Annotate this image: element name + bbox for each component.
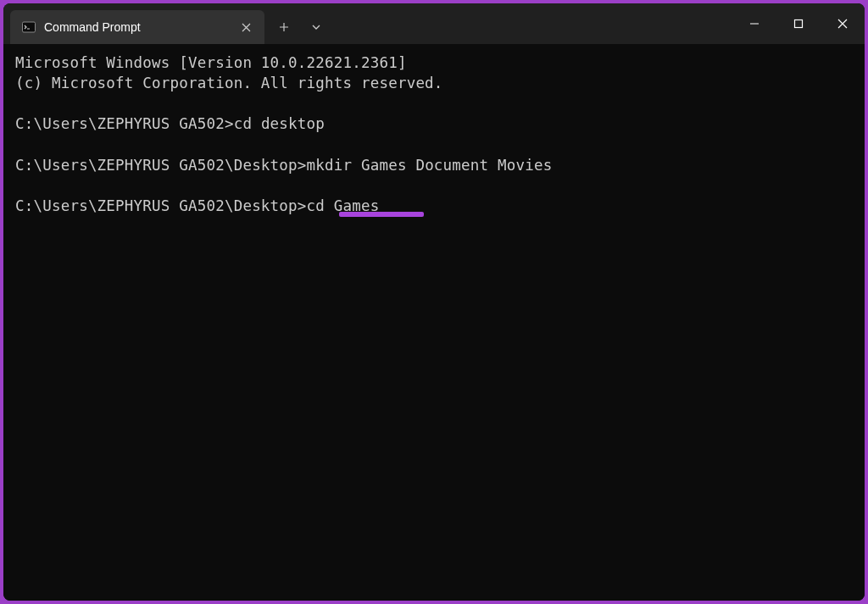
terminal-prompt-2: C:\Users\ZEPHYRUS GA502\Desktop>	[15, 157, 307, 174]
new-tab-button[interactable]	[270, 14, 298, 41]
terminal-prompt-3: C:\Users\ZEPHYRUS GA502\Desktop>	[15, 197, 307, 214]
tab-title: Command Prompt	[44, 20, 229, 34]
terminal-header-line1: Microsoft Windows [Version 10.0.22621.23…	[15, 54, 407, 71]
titlebar: Command Prompt	[3, 3, 865, 44]
tab-close-button[interactable]	[237, 19, 254, 36]
svg-rect-0	[23, 22, 36, 32]
terminal-content[interactable]: Microsoft Windows [Version 10.0.22621.23…	[3, 44, 865, 601]
maximize-button[interactable]	[776, 3, 821, 44]
terminal-command-2: mkdir Games Document Movies	[307, 157, 553, 174]
terminal-window: Command Prompt	[3, 3, 865, 601]
tabbar-actions	[264, 10, 331, 44]
close-button[interactable]	[821, 3, 865, 44]
minimize-button[interactable]	[732, 3, 776, 44]
command-prompt-icon	[22, 20, 36, 34]
svg-rect-3	[795, 20, 803, 28]
tab-command-prompt[interactable]: Command Prompt	[10, 10, 264, 44]
terminal-command-1: cd desktop	[234, 115, 325, 132]
window-controls	[732, 3, 865, 44]
titlebar-drag-area[interactable]	[331, 3, 732, 44]
command-highlight-underline	[339, 212, 424, 217]
tab-dropdown-button[interactable]	[302, 14, 331, 41]
terminal-header-line2: (c) Microsoft Corporation. All rights re…	[15, 75, 443, 91]
terminal-prompt-1: C:\Users\ZEPHYRUS GA502>	[15, 115, 234, 132]
